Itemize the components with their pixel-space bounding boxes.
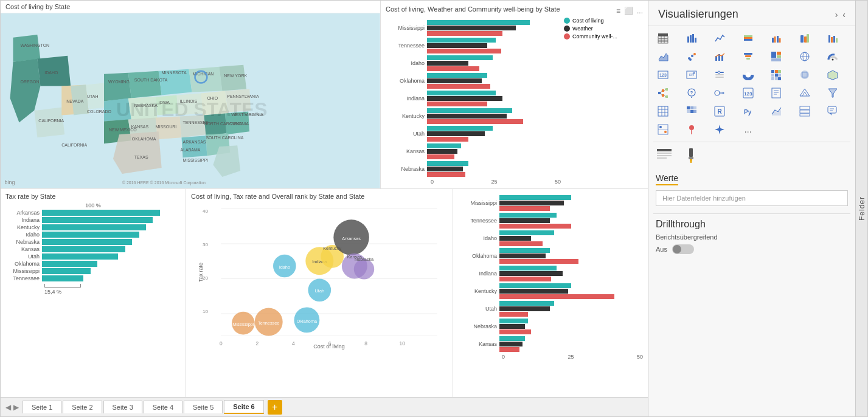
svg-point-207 xyxy=(689,125,694,130)
pct-bottom-label: 15,4 % xyxy=(5,289,181,295)
multi-row-card-icon[interactable] xyxy=(795,103,814,120)
paginated-icon[interactable] xyxy=(766,84,786,102)
svg-rect-160 xyxy=(662,89,664,92)
bar-chart-bars: Mississippi Tennessee xyxy=(386,20,643,177)
page-tab-2[interactable]: Seite 2 xyxy=(63,401,102,413)
sparkle-icon[interactable] xyxy=(710,121,729,138)
line-area-icon[interactable] xyxy=(766,103,786,120)
panel-arrow-left[interactable]: ‹ xyxy=(842,10,845,19)
felder-sidebar-tab[interactable]: Felder xyxy=(855,1,867,416)
kpi-icon[interactable]: KPI xyxy=(682,66,701,83)
waterfall-icon[interactable] xyxy=(823,30,842,47)
bar-chart-icon[interactable] xyxy=(682,30,701,47)
panel-arrow-right[interactable]: › xyxy=(835,10,838,19)
hbar-label: Utah xyxy=(458,306,499,312)
add-page-button[interactable]: + xyxy=(268,400,282,415)
content-area: Cost of living by State xyxy=(1,1,648,416)
svg-rect-112 xyxy=(800,35,804,43)
decomp-tree-icon[interactable] xyxy=(653,84,673,102)
svg-rect-144 xyxy=(715,77,724,78)
svg-marker-209 xyxy=(715,125,724,134)
qa-icon[interactable]: ? xyxy=(682,84,701,102)
donut-icon[interactable] xyxy=(738,66,758,83)
chart-menu-icon[interactable]: ≡ xyxy=(616,7,620,15)
funnel-icon[interactable] xyxy=(738,48,758,65)
pin-icon[interactable] xyxy=(682,121,701,138)
bar-label: Idaho xyxy=(386,60,427,66)
card-icon[interactable]: 123 xyxy=(653,66,673,83)
scatter-icon[interactable] xyxy=(682,48,701,65)
custom1-icon[interactable] xyxy=(653,121,673,138)
key-influencers-icon[interactable] xyxy=(710,84,729,102)
svg-rect-127 xyxy=(745,55,751,57)
shape-map-icon[interactable] xyxy=(823,66,842,83)
page-tab-1[interactable]: Seite 1 xyxy=(23,401,61,413)
svg-rect-196 xyxy=(800,106,810,109)
svg-text:2: 2 xyxy=(256,340,259,346)
svg-rect-176 xyxy=(772,88,780,98)
area-chart-icon[interactable] xyxy=(653,48,673,65)
matrix-icon[interactable] xyxy=(766,66,786,83)
page-tab-4[interactable]: Seite 4 xyxy=(144,401,182,413)
gauge-icon[interactable] xyxy=(823,48,842,65)
filter-icon[interactable] xyxy=(823,84,842,102)
slicer-icon[interactable] xyxy=(710,66,729,83)
svg-rect-105 xyxy=(744,39,752,41)
page-tab-6[interactable]: Seite 6 xyxy=(224,400,263,414)
datenfelder-box[interactable]: Hier Datenfelder hinzufügen xyxy=(656,190,848,206)
svg-rect-197 xyxy=(800,110,810,113)
tax-label: Mississippi xyxy=(5,268,42,274)
chart-expand-icon[interactable]: ⬜ xyxy=(624,7,633,15)
format-icons xyxy=(648,142,855,168)
svg-text:OKLAHOMA: OKLAHOMA xyxy=(132,137,156,141)
hbar-label: Indiana xyxy=(458,271,499,277)
svg-rect-187 xyxy=(687,106,690,109)
123-icon[interactable]: 123 xyxy=(738,84,758,102)
python-icon[interactable]: Py xyxy=(738,103,758,120)
svg-text:ARKANSAS: ARKANSAS xyxy=(183,140,206,144)
chart-more-icon[interactable]: ... xyxy=(637,7,643,15)
tax-label: Indiana xyxy=(5,217,42,223)
svg-rect-130 xyxy=(777,52,781,55)
tax-panel-title: Tax rate by State xyxy=(5,193,181,200)
svg-point-170 xyxy=(691,97,692,98)
nav-left-icon[interactable]: ◀ xyxy=(5,403,11,412)
svg-rect-198 xyxy=(800,114,810,116)
filled-map-icon[interactable] xyxy=(795,66,814,83)
svg-rect-104 xyxy=(695,38,696,43)
table2-icon[interactable] xyxy=(653,103,673,120)
svg-point-121 xyxy=(693,53,696,55)
table-icon[interactable] xyxy=(653,30,673,47)
paintbrush-icon[interactable] xyxy=(682,147,700,166)
svg-text:© 2016 HERE  © 2016 Microsoft : © 2016 HERE © 2016 Microsoft Corporation xyxy=(122,181,206,185)
more-vizzes-icon[interactable]: ... xyxy=(738,121,758,138)
line-chart-icon[interactable] xyxy=(710,30,729,47)
heatmap-icon[interactable] xyxy=(682,103,701,120)
nav-right-icon[interactable]: ▶ xyxy=(13,403,19,412)
ribbon-icon[interactable] xyxy=(795,30,814,47)
page-tab-3[interactable]: Seite 3 xyxy=(103,401,142,413)
svg-text:VIRGINIA: VIRGINIA xyxy=(230,122,249,126)
r-icon[interactable]: R xyxy=(710,103,729,120)
svg-rect-212 xyxy=(657,155,672,156)
svg-text:IDAHO: IDAHO xyxy=(44,71,58,75)
map-chart-icon[interactable] xyxy=(795,48,814,65)
page-tab-5[interactable]: Seite 5 xyxy=(184,401,223,413)
clustered-col-icon[interactable] xyxy=(766,30,786,47)
hbar-bars: Mississippi Tennessee xyxy=(458,195,643,352)
format-icon[interactable] xyxy=(656,147,673,166)
treemap-icon[interactable] xyxy=(766,48,786,65)
stacked-bar-icon[interactable] xyxy=(738,30,758,47)
svg-marker-2 xyxy=(13,35,41,62)
svg-rect-155 xyxy=(775,77,778,80)
toggle-switch[interactable] xyxy=(672,244,694,254)
tax-label: Kentucky xyxy=(5,224,42,230)
svg-rect-115 xyxy=(828,35,830,43)
svg-rect-114 xyxy=(807,34,809,43)
visualisierungen-title: Visualisierungen xyxy=(658,8,738,21)
svg-text:Tennessee: Tennessee xyxy=(258,320,279,326)
azure-map-icon[interactable] xyxy=(795,84,814,102)
chat-icon[interactable] xyxy=(823,103,842,120)
combo-chart-icon[interactable] xyxy=(710,48,729,65)
legend-cost: Cost of living xyxy=(572,18,604,24)
